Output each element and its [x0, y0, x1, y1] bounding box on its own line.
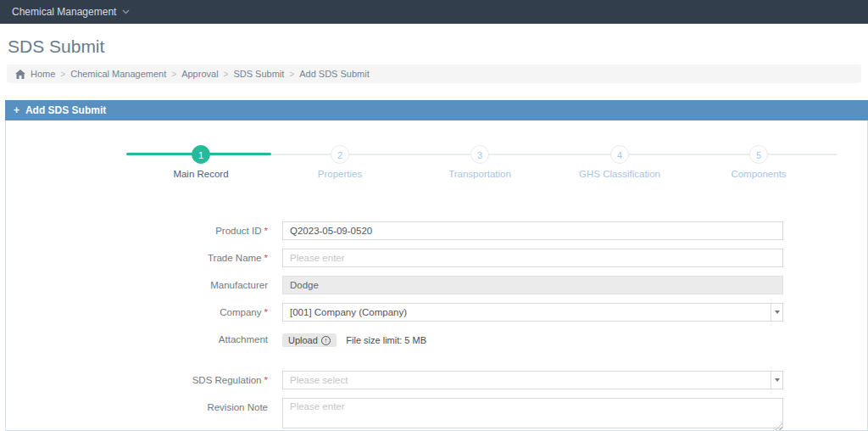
step-1-main-record[interactable]: 1 Main Record [133, 145, 269, 179]
breadcrumb: Home > Chemical Management > Approval > … [7, 64, 861, 83]
breadcrumb-item-chemical-management[interactable]: Chemical Management [70, 69, 166, 79]
trade-name-input[interactable] [282, 249, 783, 267]
step-1-label: Main Record [133, 169, 269, 179]
step-4-number: 4 [610, 145, 629, 164]
upload-icon: ↑ [321, 336, 331, 345]
step-5-label: Components [691, 169, 826, 179]
step-3-transportation[interactable]: 3 Transportation [412, 145, 548, 179]
required-asterisk: * [264, 307, 268, 317]
company-label: Company* [6, 303, 282, 322]
resize-grip[interactable] [775, 423, 782, 431]
sds-regulation-label: SDS Regulation* [6, 371, 282, 389]
top-navbar: Chemical Management [0, 0, 868, 24]
sds-regulation-placeholder: Please select [290, 375, 348, 385]
product-id-input[interactable] [282, 221, 783, 240]
step-2-label: Properties [272, 169, 408, 179]
file-size-hint: File size limit: 5 MB [346, 335, 426, 345]
step-5-components[interactable]: 5 Components [691, 145, 826, 179]
step-2-number: 2 [331, 145, 349, 164]
step-2-properties[interactable]: 2 Properties [272, 145, 408, 179]
manufacturer-label: Manufacturer [6, 276, 282, 294]
form-row-product-id: Product ID* [6, 221, 867, 240]
step-3-number: 3 [470, 145, 489, 164]
home-icon [15, 70, 25, 79]
upload-button-label: Upload [288, 335, 318, 345]
nav-menu-label: Chemical Management [12, 6, 116, 18]
required-asterisk: * [264, 226, 268, 236]
chevron-down-icon [122, 9, 130, 14]
page-title: SDS Submit [8, 36, 861, 57]
breadcrumb-item-add-sds-submit: Add SDS Submit [299, 69, 370, 79]
dropdown-arrow-icon [771, 372, 782, 389]
trade-name-label: Trade Name* [6, 249, 282, 267]
attachment-label: Attachment [6, 330, 282, 349]
revision-note-textarea[interactable] [282, 398, 783, 428]
plus-icon: + [14, 104, 19, 116]
form-row-sds-regulation: SDS Regulation* Please select [6, 371, 867, 389]
step-5-number: 5 [749, 145, 768, 164]
manufacturer-input [282, 276, 783, 294]
breadcrumb-separator: > [289, 70, 294, 79]
step-4-label: GHS Classification [552, 169, 687, 179]
upload-button[interactable]: Upload ↑ [282, 333, 337, 347]
company-select-value: [001] Company (Company) [290, 307, 407, 317]
form-row-company: Company* [001] Company (Company) [6, 303, 867, 322]
company-select[interactable]: [001] Company (Company) [282, 303, 783, 322]
add-sds-submit-panel: + Add SDS Submit 1 Main Record 2 Propert… [5, 100, 868, 431]
breadcrumb-item-home[interactable]: Home [31, 69, 55, 79]
breadcrumb-separator: > [60, 70, 65, 79]
panel-header: + Add SDS Submit [5, 100, 868, 120]
breadcrumb-separator: > [171, 70, 176, 79]
form-row-attachment: Attachment Upload ↑ File size limit: 5 M… [6, 330, 867, 349]
form-row-manufacturer: Manufacturer [6, 276, 867, 294]
product-id-label: Product ID* [6, 221, 282, 240]
revision-note-label: Revision Note [6, 398, 282, 417]
step-3-label: Transportation [412, 169, 548, 179]
step-1-number: 1 [192, 145, 210, 164]
breadcrumb-item-approval[interactable]: Approval [181, 69, 218, 79]
form-row-revision-note: Revision Note [6, 398, 867, 431]
sds-regulation-select[interactable]: Please select [282, 371, 783, 389]
dropdown-arrow-icon [771, 304, 782, 321]
breadcrumb-item-sds-submit[interactable]: SDS Submit [233, 69, 284, 79]
panel-title: Add SDS Submit [25, 104, 106, 116]
nav-menu-chemical-management[interactable]: Chemical Management [12, 6, 130, 18]
panel-body: 1 Main Record 2 Properties 3 Transportat… [5, 120, 868, 431]
step-4-ghs-classification[interactable]: 4 GHS Classification [552, 145, 687, 179]
form-row-trade-name: Trade Name* [6, 249, 867, 267]
required-asterisk: * [264, 253, 268, 263]
required-asterisk: * [264, 375, 268, 385]
breadcrumb-separator: > [224, 70, 229, 79]
